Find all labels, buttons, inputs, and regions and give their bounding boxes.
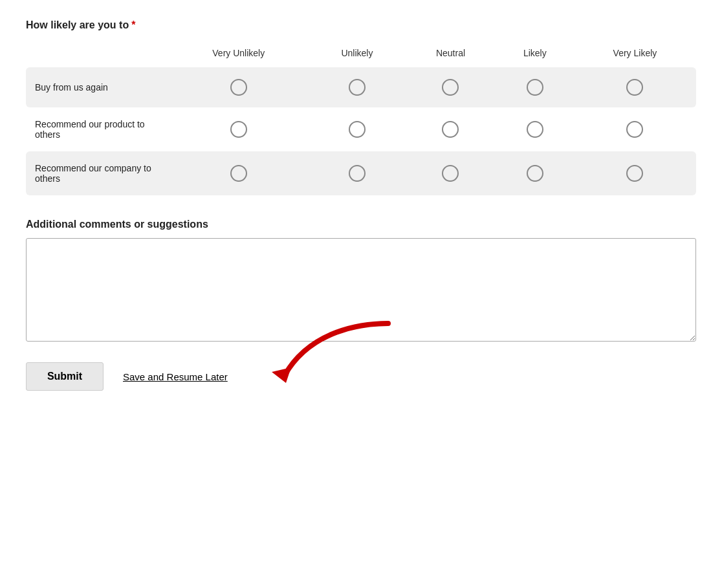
radio-circle-icon [230, 165, 247, 182]
col-header-very-unlikely: Very Unlikely [168, 43, 309, 67]
col-header-unlikely: Unlikely [309, 43, 406, 67]
cell-buy_again-unlikely[interactable] [309, 67, 406, 107]
cell-recommend_product-very_likely[interactable] [574, 107, 696, 151]
comments-label: Additional comments or suggestions [26, 219, 696, 230]
cell-buy_again-likely[interactable] [496, 67, 574, 107]
radio-circle-icon [230, 121, 247, 138]
radio-label-buy_again-very_unlikely[interactable] [230, 79, 247, 96]
radio-circle-icon [442, 165, 459, 182]
radio-circle-icon [442, 79, 459, 96]
radio-label-recommend_company-unlikely[interactable] [349, 165, 366, 182]
survey-form: How likely are you to* Very Unlikely Unl… [26, 19, 696, 391]
radio-label-recommend_product-neutral[interactable] [442, 121, 459, 138]
comments-textarea[interactable] [26, 238, 696, 342]
required-star: * [131, 19, 135, 30]
cell-recommend_company-very_likely[interactable] [574, 151, 696, 195]
radio-circle-icon [349, 79, 366, 96]
matrix-row: Recommend our product to others [26, 107, 696, 151]
radio-label-recommend_company-very_unlikely[interactable] [230, 165, 247, 182]
question-title: How likely are you to* [26, 19, 696, 31]
radio-label-recommend_product-unlikely[interactable] [349, 121, 366, 138]
cell-recommend_product-unlikely[interactable] [309, 107, 406, 151]
radio-circle-icon [527, 121, 543, 138]
radio-label-buy_again-very_likely[interactable] [626, 79, 643, 96]
svg-marker-0 [272, 367, 291, 383]
cell-recommend_product-likely[interactable] [496, 107, 574, 151]
radio-label-buy_again-neutral[interactable] [442, 79, 459, 96]
col-header-very-likely: Very Likely [574, 43, 696, 67]
matrix-row: Buy from us again [26, 67, 696, 107]
cell-recommend_company-neutral[interactable] [405, 151, 496, 195]
row-label-recommend_product: Recommend our product to others [26, 107, 168, 151]
radio-circle-icon [626, 121, 643, 138]
cell-buy_again-neutral[interactable] [405, 67, 496, 107]
cell-recommend_company-unlikely[interactable] [309, 151, 406, 195]
cell-recommend_company-very_unlikely[interactable] [168, 151, 309, 195]
matrix-row: Recommend our company to others [26, 151, 696, 195]
cell-recommend_product-very_unlikely[interactable] [168, 107, 309, 151]
radio-label-recommend_product-very_likely[interactable] [626, 121, 643, 138]
radio-circle-icon [230, 79, 247, 96]
radio-circle-icon [626, 165, 643, 182]
cell-buy_again-very_unlikely[interactable] [168, 67, 309, 107]
radio-circle-icon [442, 121, 459, 138]
matrix-table: Very Unlikely Unlikely Neutral Likely Ve… [26, 43, 696, 195]
radio-circle-icon [527, 165, 543, 182]
cell-recommend_product-neutral[interactable] [405, 107, 496, 151]
row-label-buy_again: Buy from us again [26, 67, 168, 107]
radio-circle-icon [349, 165, 366, 182]
row-label-recommend_company: Recommend our company to others [26, 151, 168, 195]
radio-circle-icon [349, 121, 366, 138]
save-resume-link[interactable]: Save and Resume Later [123, 371, 228, 382]
radio-circle-icon [527, 79, 543, 96]
matrix-row-header-th [26, 43, 168, 67]
radio-label-recommend_company-likely[interactable] [527, 165, 543, 182]
radio-label-recommend_company-very_likely[interactable] [626, 165, 643, 182]
radio-circle-icon [626, 79, 643, 96]
cell-recommend_company-likely[interactable] [496, 151, 574, 195]
question-title-text: How likely are you to [26, 19, 129, 30]
submit-button[interactable]: Submit [26, 362, 104, 391]
button-row: Submit Save and Resume Later [26, 362, 696, 391]
radio-label-recommend_product-likely[interactable] [527, 121, 543, 138]
radio-label-recommend_product-very_unlikely[interactable] [230, 121, 247, 138]
radio-label-recommend_company-neutral[interactable] [442, 165, 459, 182]
radio-label-buy_again-unlikely[interactable] [349, 79, 366, 96]
radio-label-buy_again-likely[interactable] [527, 79, 543, 96]
col-header-neutral: Neutral [405, 43, 496, 67]
cell-buy_again-very_likely[interactable] [574, 67, 696, 107]
comments-section: Additional comments or suggestions [26, 219, 696, 344]
col-header-likely: Likely [496, 43, 574, 67]
